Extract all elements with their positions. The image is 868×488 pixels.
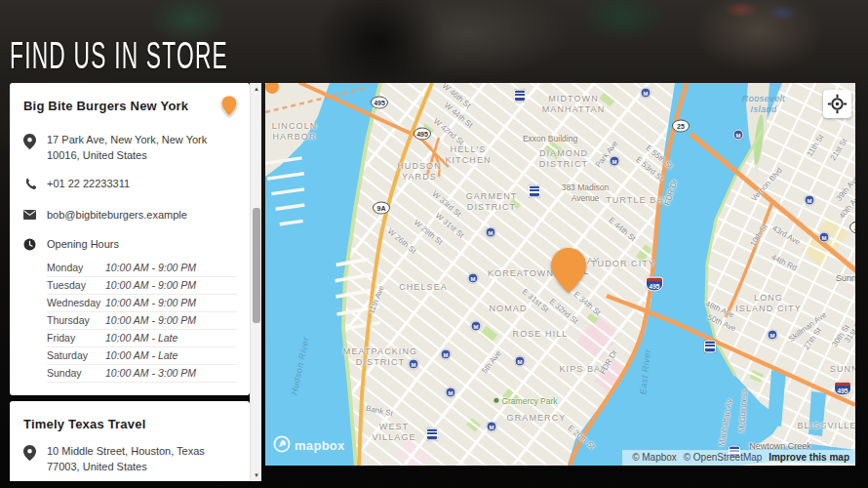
subway-station-icon: M (468, 273, 479, 284)
store-card[interactable]: Timely Texas Travel 10 Middle Street, Ho… (10, 401, 250, 481)
subway-station-icon: M (441, 349, 452, 360)
map-label-neighborhood: TUDOR CITY (591, 259, 655, 269)
map-label-neighborhood: GRAMERCY (507, 413, 567, 424)
store-name: Timely Texas Travel (23, 414, 145, 431)
map-label-neighborhood: NOMAD (490, 304, 528, 314)
map-label-street: W 44th St (443, 101, 475, 129)
subway-station-icon: M (819, 232, 830, 243)
map-label-neighborhood: HELL'S KITCHEN (438, 144, 498, 167)
map-label-street: E 31st St (521, 287, 551, 314)
map-label-street: 11th St (806, 133, 826, 158)
map-label-street: E 32nd St (548, 297, 580, 325)
hours-day: Wednesday (47, 297, 105, 308)
map-label-street: 30th St (830, 323, 851, 348)
envelope-icon (23, 208, 36, 224)
hours-row-tuesday: Tuesday10:00 AM - 9:00 PM (47, 277, 237, 295)
store-list-scrollbar[interactable]: ▲ ▼ (250, 83, 261, 481)
improve-this-map-link[interactable]: Improve this map (769, 452, 849, 463)
route-shield: 495 (371, 97, 388, 109)
map-label-street: E 53rd St (634, 155, 664, 183)
store-address: 10 Middle Street, Houston, Texas 77003, … (47, 444, 237, 475)
subway-station-icon: M (409, 359, 419, 370)
map[interactable]: LINCOLN HARBORMIDTOWN MANHATTANHUDSON YA… (265, 83, 855, 466)
opening-hours-label: Opening Hours (47, 237, 119, 256)
map-label-neighborhood: LONG ISLAND CITY (734, 293, 803, 315)
map-label-street: 27th St (802, 326, 823, 351)
attribution-mapbox-link[interactable]: © Mapbox (632, 452, 677, 463)
route-shield: 9A (373, 202, 390, 215)
map-label-neighborhood: HUDSON YARDS (392, 161, 447, 183)
rail-station-icon (426, 428, 438, 441)
hours-time: 10:00 AM - 9:00 PM (105, 279, 196, 291)
hours-row-thursday: Thursday10:00 AM - 9:00 PM (47, 312, 237, 330)
scrollbar-thumb[interactable] (253, 208, 260, 323)
hours-time: 10:00 AM - 9:00 PM (105, 314, 196, 326)
hours-time: 10:00 AM - 9:00 PM (105, 262, 196, 273)
mapbox-logo[interactable]: mapbox (273, 435, 345, 456)
page-title: FIND US IN STORE (10, 37, 228, 74)
map-label-street: E 44th St (607, 216, 637, 243)
map-label-neighborhood: KOREATOWN (488, 268, 554, 279)
subway-station-icon: M (446, 387, 456, 398)
geolocate-target-icon (827, 102, 848, 117)
phone-icon (23, 177, 36, 195)
hours-time: 10:00 AM - 3:00 PM (105, 367, 196, 379)
attribution-osm-link[interactable]: © OpenStreetMap (684, 452, 763, 463)
subway-station-icon: M (610, 156, 620, 167)
map-label-street: Bank St (365, 404, 393, 419)
hours-time: 10:00 AM - 9:00 PM (105, 297, 196, 308)
map-label-street: FDR Dr (663, 179, 680, 207)
store-pin-icon (221, 96, 237, 120)
map-label-neighborhood: MIDTOWN MANHATTAN (528, 94, 619, 116)
location-pin-icon (23, 133, 36, 164)
store-phone: +01 22 22233311 (47, 177, 130, 195)
scrollbar-up-arrow-icon[interactable]: ▲ (251, 83, 262, 95)
map-marker-pin[interactable] (551, 248, 586, 297)
geolocate-button[interactable] (823, 90, 851, 118)
hours-row-saturday: Saturday10:00 AM - Late (47, 347, 237, 365)
map-label-street: W 26th St (386, 226, 418, 255)
map-label-neighborhood: WEST VILLAGE (367, 422, 421, 444)
hours-row-sunday: Sunday10:00 AM - 3:00 PM (47, 365, 237, 383)
scrollbar-down-arrow-icon[interactable]: ▼ (251, 469, 262, 481)
map-label-street: 31st St (843, 319, 855, 345)
store-email-row: bob@bigbiteburgers.example (23, 208, 237, 224)
map-label-street: Skillman Ave (787, 310, 828, 344)
map-label-street: 39th Ave (835, 174, 855, 203)
store-address-row: 10 Middle Street, Houston, Texas 77003, … (23, 444, 237, 475)
rail-station-icon (529, 185, 540, 198)
mapbox-logo-icon (273, 435, 291, 456)
map-label-neighborhood: CHELSEA (399, 282, 448, 293)
map-label-street: W 42nd St (432, 117, 465, 147)
rail-station-icon (514, 90, 526, 102)
mapbox-logo-text: mapbox (295, 438, 345, 453)
map-label-street: 5th Ave (480, 349, 502, 375)
map-label-street: E 55th St (644, 143, 674, 171)
hours-day: Saturday (47, 349, 105, 361)
map-label-neighborhood: SUNNYSIDE (830, 364, 855, 375)
map-label-street: E 20th St (566, 424, 596, 451)
map-label-poi: Gramercy Park (493, 396, 557, 407)
store-card[interactable]: Big Bite Burgers New York 17 Park Ave, N… (10, 83, 250, 395)
map-label-water: Roosevelt Island (741, 94, 786, 115)
map-label-poi: 383 Madison Avenue (560, 183, 611, 203)
app-window: FIND US IN STORE Big Bite Burgers New Yo… (0, 0, 868, 488)
hours-day: Monday (47, 262, 105, 273)
map-label-street: W 46th St (441, 83, 473, 110)
hours-day: Sunday (47, 367, 105, 379)
map-label-street: W 31st St (434, 211, 465, 239)
opening-hours-row: Opening Hours (23, 237, 237, 256)
store-address-row: 17 Park Ave, New York, New York 10016, U… (23, 133, 237, 164)
hours-time: 10:00 AM - Late (105, 349, 178, 361)
hours-day: Friday (47, 332, 105, 344)
hours-day: Tuesday (47, 279, 105, 291)
map-label-water: Hudson River (289, 336, 311, 395)
map-label-street: 50th Ave (706, 313, 737, 334)
clock-icon (23, 237, 36, 256)
map-label-street: 44th Rd (769, 253, 798, 272)
map-label-neighborhood: LINCOLN HARBOR (265, 121, 325, 143)
map-label-street: 10th St (748, 223, 769, 248)
map-label-neighborhood: GARMENT DISTRICT (459, 191, 524, 214)
map-label-town: Sunnyside (836, 273, 855, 283)
hours-row-friday: Friday10:00 AM - Late (47, 330, 237, 347)
